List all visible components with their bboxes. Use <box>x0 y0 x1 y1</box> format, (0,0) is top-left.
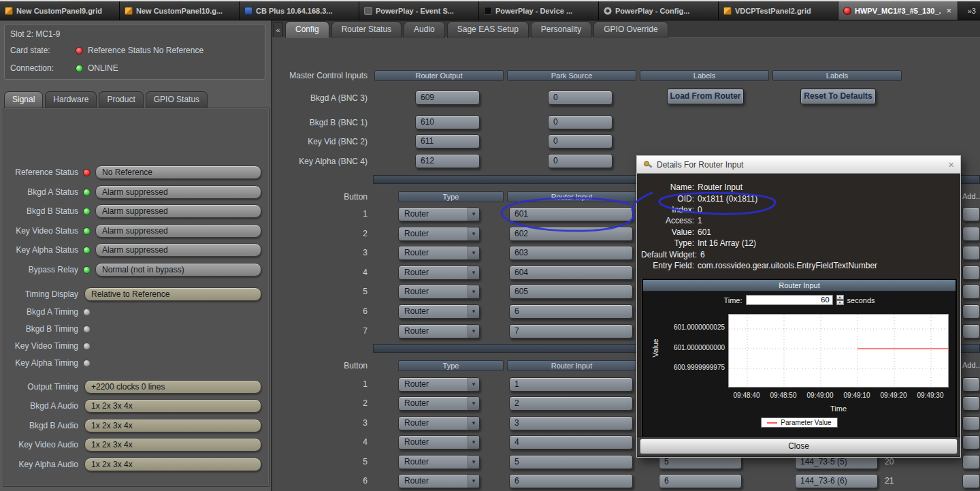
router-input-field[interactable]: 603 <box>509 246 633 260</box>
tab-personality[interactable]: Personality <box>531 21 591 38</box>
chevron-down-icon[interactable]: ▾ <box>468 436 479 449</box>
clipped-field[interactable] <box>962 227 980 241</box>
close-button[interactable]: Close <box>640 439 958 454</box>
park-source-field[interactable]: 0 <box>548 134 612 148</box>
type-dropdown[interactable]: Router ▾ <box>398 324 480 338</box>
dialog-titlebar[interactable]: Details For Router Input × <box>637 156 960 174</box>
tab-product[interactable]: Product <box>99 91 143 108</box>
timing-display-select[interactable]: Relative to Reference <box>84 287 261 301</box>
router-output-field[interactable]: 610 <box>415 115 480 129</box>
collapse-panel-button[interactable]: « <box>273 22 283 37</box>
type-dropdown[interactable]: Router ▾ <box>398 377 480 392</box>
tab-gpio-override[interactable]: GPIO Override <box>593 21 668 38</box>
type-dropdown[interactable]: Router ▾ <box>398 474 480 488</box>
window-tab-custompanel10[interactable]: New CustomPanel10.g... <box>120 1 240 20</box>
add-button[interactable]: Add... <box>962 361 980 369</box>
clipped-field[interactable] <box>962 324 980 338</box>
chevron-down-icon[interactable]: ▾ <box>468 208 479 221</box>
clipped-field[interactable] <box>962 435 980 449</box>
clipped-field[interactable] <box>962 285 980 299</box>
router-input-field[interactable]: 6 <box>509 304 633 319</box>
tab-sage-eas-setup[interactable]: Sage EAS Setup <box>447 21 529 38</box>
type-dropdown[interactable]: Router ▾ <box>398 396 480 411</box>
router-input-field[interactable]: 601 <box>509 207 633 221</box>
chevron-down-icon[interactable]: ▾ <box>468 378 479 391</box>
tab-gpio-status[interactable]: GPIO Status <box>146 91 208 108</box>
type-dropdown[interactable]: Router ▾ <box>398 207 480 221</box>
tab-signal[interactable]: Signal <box>4 91 43 108</box>
chevron-down-icon[interactable]: ▾ <box>468 417 479 430</box>
clipped-field[interactable] <box>962 304 980 319</box>
type-value: Router <box>404 418 429 428</box>
window-tab-powerplay-config[interactable]: PowerPlay - Config... <box>599 1 719 20</box>
load-from-router-button[interactable]: Load From Router <box>667 89 744 104</box>
close-icon[interactable]: × <box>948 159 954 170</box>
chevron-down-icon[interactable]: ▾ <box>468 285 479 298</box>
chevron-down-icon[interactable]: ▾ <box>468 397 479 410</box>
clipped-field[interactable] <box>962 416 980 430</box>
window-tab-cbplus[interactable]: CB Plus 10.64.168.3... <box>240 1 359 20</box>
chevron-down-icon[interactable]: ▾ <box>468 305 479 318</box>
window-tab-vdcptestpanel2[interactable]: VDCPTestPanel2.grid <box>719 1 838 20</box>
park-source-field[interactable]: 0 <box>548 91 612 105</box>
type-dropdown[interactable]: Router ▾ <box>398 455 480 469</box>
router-input-field[interactable]: 5 <box>509 455 633 469</box>
mci-row-label: Key Alpha (BNC 4) <box>272 155 368 168</box>
router-output-field[interactable]: 611 <box>415 134 480 148</box>
park-source-field[interactable]: 0 <box>548 154 612 168</box>
router-input-field[interactable]: 2 <box>509 396 633 411</box>
chevron-down-icon[interactable]: ▾ <box>468 227 479 240</box>
add-button[interactable]: Add... <box>962 192 980 200</box>
router-output-field[interactable]: 612 <box>415 154 480 168</box>
spin-up-icon[interactable]: ▲ <box>836 295 844 300</box>
label-field[interactable]: 144_73-6 (6) <box>795 474 878 488</box>
tab-overflow-indicator[interactable]: »3 <box>958 1 980 20</box>
button-number: 6 <box>272 474 368 488</box>
type-dropdown[interactable]: Router ▾ <box>398 227 480 241</box>
tab-router-status[interactable]: Router Status <box>331 21 402 38</box>
router-input-field[interactable]: 602 <box>509 227 633 241</box>
tool-icon <box>643 160 653 170</box>
router-output-field[interactable]: 609 <box>415 91 480 105</box>
park-source-field[interactable]: 0 <box>548 115 612 129</box>
type-dropdown[interactable]: Router ▾ <box>398 246 480 260</box>
type-dropdown[interactable]: Router ▾ <box>398 416 480 430</box>
time-input[interactable]: 60 <box>746 295 833 305</box>
router-input-field[interactable]: 1 <box>509 377 633 392</box>
chevron-down-icon[interactable]: ▾ <box>468 247 479 259</box>
router-input-field[interactable]: 605 <box>509 285 633 299</box>
tab-config[interactable]: Config <box>285 21 329 38</box>
type-dropdown[interactable]: Router ▾ <box>398 304 480 319</box>
window-tab-powerplay-device[interactable]: PowerPlay - Device ... <box>479 1 599 20</box>
router-input-field[interactable]: 7 <box>509 324 633 338</box>
chevron-down-icon[interactable]: ▾ <box>468 475 479 488</box>
chevron-down-icon[interactable]: ▾ <box>468 456 479 469</box>
chevron-down-icon[interactable]: ▾ <box>468 266 479 279</box>
clipped-field[interactable] <box>962 455 980 469</box>
clipped-field[interactable] <box>962 396 980 411</box>
clipped-field[interactable] <box>962 266 980 280</box>
type-dropdown[interactable]: Router ▾ <box>398 266 480 280</box>
park-source-field[interactable]: 6 <box>659 474 742 488</box>
window-tab-powerplay-event[interactable]: PowerPlay - Event S... <box>359 1 479 20</box>
window-tab-hwpv-mc1-active[interactable]: HWPV_MC1#3_#5_130_... × <box>838 1 958 20</box>
window-tab-custompanel9[interactable]: New CustomPanel9.grid <box>0 1 120 20</box>
tab-hardware[interactable]: Hardware <box>45 91 97 108</box>
router-input-field[interactable]: 604 <box>509 266 633 280</box>
type-dropdown[interactable]: Router ▾ <box>398 435 480 449</box>
clipped-field[interactable] <box>962 207 980 221</box>
router-input-field[interactable]: 3 <box>509 416 633 430</box>
reset-to-defaults-button[interactable]: Reset To Defaults <box>800 89 876 104</box>
clipped-field[interactable] <box>962 246 980 260</box>
type-dropdown[interactable]: Router ▾ <box>398 285 480 299</box>
clipped-field[interactable] <box>962 474 980 488</box>
tab-close-icon[interactable]: × <box>945 7 953 15</box>
router-input-field[interactable]: 4 <box>509 435 633 449</box>
status-label: Reference Status <box>5 168 80 177</box>
clipped-field[interactable] <box>962 377 980 392</box>
spin-down-icon[interactable]: ▼ <box>836 300 844 305</box>
chevron-down-icon[interactable]: ▾ <box>468 325 479 338</box>
tab-audio[interactable]: Audio <box>404 21 445 38</box>
tab-label: PowerPlay - Config... <box>615 7 689 15</box>
router-input-field[interactable]: 6 <box>509 474 633 488</box>
